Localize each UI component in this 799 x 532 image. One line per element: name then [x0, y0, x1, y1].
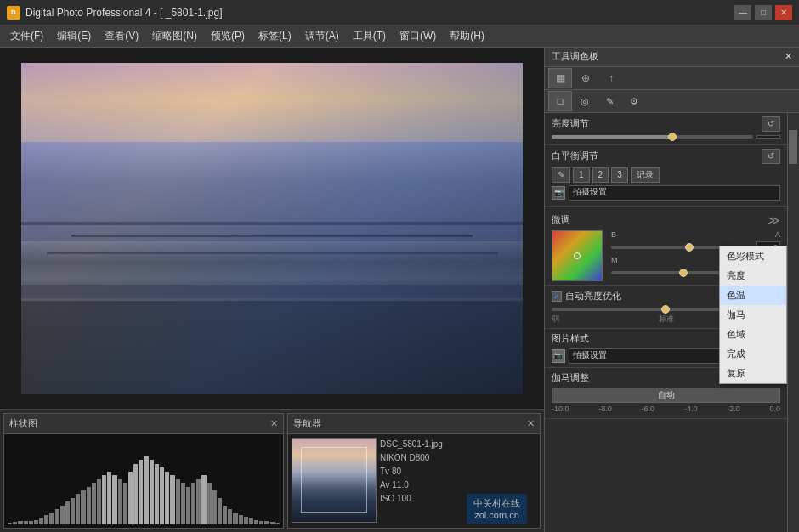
wb-preset-select[interactable]: 拍摄设置	[569, 185, 780, 201]
fine-m-label: M	[611, 256, 618, 264]
menu-labels[interactable]: 标签(L)	[252, 27, 298, 45]
tool-palette-title: 工具调色板	[552, 50, 598, 63]
ctx-color-mode[interactable]: 色彩模式	[720, 246, 786, 266]
nav-camera: NIKON D800	[380, 451, 536, 465]
histogram-bar	[244, 517, 248, 524]
scroll-thumb[interactable]	[789, 130, 797, 164]
wb-reset[interactable]: ↺	[762, 149, 780, 164]
tab-icon-settings[interactable]: ⚙	[622, 91, 646, 111]
auto-brightness-label: 自动亮度优化	[565, 290, 621, 303]
navigator-close[interactable]: ✕	[527, 418, 535, 429]
wb-btn-3[interactable]: 3	[611, 167, 628, 183]
gamma-scale-2: -6.0	[642, 405, 655, 413]
window-controls: — □ ✕	[734, 5, 792, 20]
nav-filename: DSC_5801-1.jpg	[380, 438, 536, 451]
histogram-bar	[270, 522, 275, 524]
wb-preset-row: 📷 拍摄设置	[552, 185, 780, 201]
ctx-brightness[interactable]: 亮度	[720, 266, 786, 286]
menu-edit[interactable]: 编辑(E)	[50, 27, 98, 45]
histogram-title: 柱状图	[9, 417, 37, 430]
menu-bar: 文件(F) 编辑(E) 查看(V) 缩略图(N) 预览(P) 标签(L) 调节(…	[0, 25, 799, 48]
fine-adjust-header: 微调 ≫	[552, 213, 780, 227]
histogram-header: 柱状图 ✕	[4, 414, 283, 434]
tab-icon-box[interactable]: □	[548, 91, 572, 111]
brightness-label: 亮度调节	[552, 117, 589, 130]
gamma-scale-0: -10.0	[552, 405, 570, 413]
menu-tools[interactable]: 工具(T)	[346, 27, 393, 45]
histogram-bar	[71, 498, 75, 524]
auto-brightness-thumb[interactable]	[661, 305, 670, 314]
fine-thumb2[interactable]	[679, 269, 688, 277]
wb-btn-2[interactable]: 2	[592, 167, 609, 183]
menu-file[interactable]: 文件(F)	[3, 27, 50, 45]
brightness-thumb[interactable]	[668, 133, 677, 141]
wb-btn-1[interactable]: 1	[573, 167, 590, 183]
panel-icon-grid[interactable]: ▦	[548, 68, 572, 88]
panel-icon-add[interactable]: ⊕	[574, 68, 598, 88]
ctx-color-space[interactable]: 色域	[720, 325, 786, 344]
main-area: 柱状图 ✕ 导航器 ✕ DSC_5801-1.jpg NIKON D800	[0, 48, 799, 532]
wb-buttons-row: ✎ 1 2 3 记录	[552, 167, 780, 183]
brightness-fill	[552, 135, 672, 139]
navigator-thumbnail[interactable]	[292, 438, 377, 523]
histogram-bar	[92, 483, 96, 524]
fine-top-labels: B A	[611, 230, 780, 239]
tab-icon-circle[interactable]: ◎	[573, 91, 597, 111]
right-panel-close[interactable]: ✕	[785, 51, 792, 62]
histogram-bar	[18, 521, 22, 524]
brightness-reset[interactable]: ↺	[762, 116, 780, 132]
minimize-button[interactable]: —	[734, 5, 751, 20]
auto-brightness-check-row: 自动亮度优化	[552, 290, 621, 303]
fine-adjust-expand[interactable]: ≫	[768, 213, 780, 227]
wb-btn-record[interactable]: 记录	[631, 167, 660, 183]
ctx-gamma[interactable]: 伽马	[720, 305, 786, 325]
histogram-bar	[176, 479, 180, 524]
tab-icon-edit[interactable]: ✎	[598, 91, 621, 111]
right-panel-scrollbar[interactable]	[787, 113, 799, 532]
photo-area: 柱状图 ✕ 导航器 ✕ DSC_5801-1.jpg NIKON D800	[0, 48, 544, 532]
menu-help[interactable]: 帮助(H)	[443, 27, 491, 45]
brightness-section: 亮度调节 ↺	[545, 113, 787, 145]
histogram-bar	[196, 479, 201, 524]
panel-icon-up[interactable]: ↑	[599, 68, 623, 88]
histogram-close[interactable]: ✕	[270, 418, 278, 429]
color-matrix[interactable]	[552, 230, 603, 281]
ctx-color-temp[interactable]: 色温	[720, 286, 786, 305]
wb-eyedropper[interactable]: ✎	[552, 167, 570, 183]
photo-view[interactable]	[0, 48, 544, 409]
brightness-title-row: 亮度调节 ↺	[552, 116, 780, 132]
close-button[interactable]: ✕	[775, 5, 792, 20]
fine-b-label: B	[611, 230, 616, 239]
menu-adjust[interactable]: 调节(A)	[298, 27, 346, 45]
menu-window[interactable]: 窗口(W)	[393, 27, 443, 45]
label-standard: 标准	[659, 314, 674, 325]
gamma-section: 伽马调整 自动 -10.0 -8.0 -6.0 -4.0 -2.0 0.0	[545, 368, 787, 419]
histogram-bar	[155, 464, 159, 524]
wb-label: 白平衡调节	[552, 150, 598, 162]
navigator-header: 导航器 ✕	[288, 414, 540, 434]
histogram-bar	[128, 472, 133, 524]
histogram-bar	[8, 523, 12, 524]
ctx-restore[interactable]: 复原	[720, 364, 786, 383]
brightness-track[interactable]	[552, 135, 753, 139]
histogram-bar	[191, 483, 196, 524]
menu-preview[interactable]: 预览(P)	[204, 27, 252, 45]
wb-title-row: 白平衡调节 ↺	[552, 149, 780, 164]
maximize-button[interactable]: □	[755, 5, 772, 20]
auto-brightness-checkbox[interactable]	[552, 291, 562, 302]
menu-thumbnails[interactable]: 缩略图(N)	[145, 27, 204, 45]
context-menu: 色彩模式 亮度 色温 伽马 色域 完成 复原	[719, 246, 787, 384]
histogram-bar	[239, 515, 243, 524]
menu-view[interactable]: 查看(V)	[98, 27, 145, 45]
watermark-subtext: zol.com.cn	[473, 510, 520, 520]
histogram-bar	[212, 490, 217, 524]
histogram-bar	[87, 487, 91, 524]
gamma-select[interactable]: 自动	[552, 388, 780, 403]
picture-style-label: 图片样式	[552, 332, 589, 345]
right-panel-main: 亮度调节 ↺ 白平衡调节 ↺	[545, 113, 787, 532]
tab-icons-row: □ ◎ ✎ ⚙	[545, 90, 799, 112]
ctx-complete[interactable]: 完成	[720, 344, 786, 364]
histogram-bar	[29, 521, 33, 524]
histogram-bar	[49, 513, 54, 524]
fine-thumb1[interactable]	[685, 243, 694, 252]
